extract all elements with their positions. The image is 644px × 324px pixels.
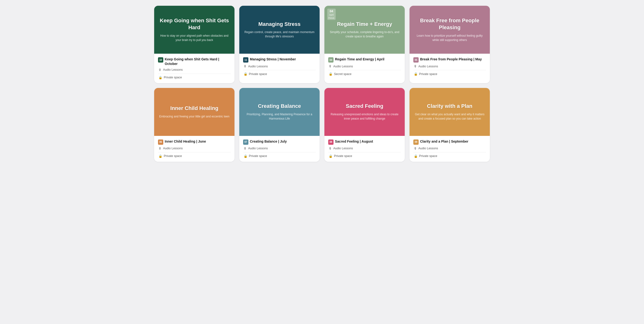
card-number-badge: 07 xyxy=(243,139,248,145)
card-image: Clarity with a Plan Get clear on what yo… xyxy=(410,88,490,136)
card-image-title: Inner Child Healing xyxy=(170,105,218,112)
card-divider xyxy=(243,70,316,70)
card-title: Creating Balance | July xyxy=(250,139,287,144)
card-space: 🔒 Private space xyxy=(413,72,486,76)
lock-icon: 🔒 xyxy=(329,72,332,76)
card-image: Creating Balance Prioritizing, Planning,… xyxy=(239,88,320,136)
card-type: 🎙 Audio Lessons xyxy=(413,147,486,150)
audio-icon: 🎙 xyxy=(329,64,332,68)
card-image-title: Regain Time + Energy xyxy=(337,21,392,28)
card-body: 11 Managing Stress | November 🎙 Audio Le… xyxy=(239,54,320,79)
card-space-label: Private space xyxy=(419,72,437,76)
card-type-label: Audio Lessons xyxy=(248,65,268,68)
card-image: Keep Going when Shit Gets Hard How to st… xyxy=(154,6,234,54)
audio-icon: 🎙 xyxy=(158,68,162,72)
card-number-badge: 11 xyxy=(243,57,248,62)
lock-icon: 🔒 xyxy=(244,72,248,76)
card-title-row: 05 Break Free from People Pleasing | May xyxy=(413,57,486,62)
card-body: 10 Keep Going when Shit Gets Hard | Octo… xyxy=(154,54,234,83)
card-type-label: Audio Lessons xyxy=(163,147,183,150)
card-title: Break Free from People Pleasing | May xyxy=(420,57,482,62)
card-space-label: Private space xyxy=(164,76,182,79)
card-title: Keep Going when Shit Gets Hard | October xyxy=(165,57,231,66)
card-type-label: Audio Lessons xyxy=(418,147,438,150)
card-title: Clarity and a Plan | September xyxy=(420,139,468,144)
audio-icon: 🎙 xyxy=(158,147,162,150)
card-type: 🎙 Audio Lessons xyxy=(328,147,401,150)
card-item[interactable]: Creating Balance Prioritizing, Planning,… xyxy=(239,88,320,162)
card-body: 07 Creating Balance | July 🎙 Audio Lesso… xyxy=(239,136,320,162)
card-image-title: Keep Going when Shit Gets Hard xyxy=(159,17,230,31)
card-title-row: 08 Sacred Feeling | August xyxy=(328,139,401,145)
lock-icon: 🔒 xyxy=(414,154,418,158)
card-space-label: Private space xyxy=(164,154,182,158)
card-image-subtitle: Learn how to prioritize yourself without… xyxy=(414,33,485,42)
card-image: Sacred Feeling Releasing unexpressed emo… xyxy=(324,88,405,136)
audio-icon: 🎙 xyxy=(414,147,417,150)
card-image-title: Break Free from People Pleasing xyxy=(414,17,485,31)
card-divider xyxy=(328,70,401,70)
card-image-title: Creating Balance xyxy=(258,103,301,110)
card-title: Sacred Feeling | August xyxy=(335,139,373,144)
card-space: 🔒 Private space xyxy=(328,154,401,158)
card-title-row: 04 Regain Time and Energy | April xyxy=(328,57,401,62)
card-item[interactable]: 04 AprilFocus Regain Time + Energy Simpl… xyxy=(324,6,405,83)
card-type: 🎙 Audio Lessons xyxy=(328,64,401,68)
card-space: 🔒 Private space xyxy=(413,154,486,158)
lock-icon: 🔒 xyxy=(158,154,162,158)
audio-icon: 🎙 xyxy=(244,147,247,150)
card-space-label: Private space xyxy=(334,154,352,158)
card-type: 🎙 Audio Lessons xyxy=(243,64,316,68)
card-title: Regain Time and Energy | April xyxy=(335,57,384,62)
card-space: 🔒 Secret space xyxy=(328,72,401,76)
card-image: Managing Stress Regain control, create p… xyxy=(239,6,320,54)
card-divider xyxy=(413,70,486,70)
card-type: 🎙 Audio Lessons xyxy=(243,147,316,150)
card-image: Break Free from People Pleasing Learn ho… xyxy=(410,6,490,54)
card-image-title: Managing Stress xyxy=(258,21,300,28)
card-item[interactable]: Keep Going when Shit Gets Hard How to st… xyxy=(154,6,234,83)
card-type: 🎙 Audio Lessons xyxy=(413,64,486,68)
audio-icon: 🎙 xyxy=(329,147,332,150)
card-divider xyxy=(158,152,231,152)
card-type-label: Audio Lessons xyxy=(248,147,268,150)
card-type-label: Audio Lessons xyxy=(163,68,183,71)
card-space-label: Secret space xyxy=(334,72,352,76)
card-image-subtitle: Regain control, create peace, and mainta… xyxy=(244,30,315,38)
card-number-badge: 05 xyxy=(413,57,418,62)
card-type-label: Audio Lessons xyxy=(418,65,438,68)
card-type: 🎙 Audio Lessons xyxy=(158,147,231,150)
card-item[interactable]: Sacred Feeling Releasing unexpressed emo… xyxy=(324,88,405,162)
card-body: 08 Sacred Feeling | August 🎙 Audio Lesso… xyxy=(324,136,405,162)
audio-icon: 🎙 xyxy=(414,64,417,68)
card-badge: 04 AprilFocus xyxy=(327,9,336,20)
card-number-badge: 06 xyxy=(158,139,163,145)
card-space: 🔒 Private space xyxy=(158,154,231,158)
lock-icon: 🔒 xyxy=(244,154,248,158)
card-number-badge: 09 xyxy=(413,139,418,145)
card-item[interactable]: Inner Child Healing Embracing and freein… xyxy=(154,88,234,162)
lock-icon: 🔒 xyxy=(158,76,162,79)
lock-icon: 🔒 xyxy=(414,72,418,76)
card-image-subtitle: Get clear on what you actually want and … xyxy=(414,112,485,121)
card-image-subtitle: Releasing unexpressed emotions and ideas… xyxy=(329,112,400,121)
card-image-title: Sacred Feeling xyxy=(346,103,384,110)
card-number-badge: 08 xyxy=(328,139,334,145)
audio-icon: 🎙 xyxy=(244,64,247,68)
card-divider xyxy=(328,152,401,152)
lock-icon: 🔒 xyxy=(329,154,332,158)
card-item[interactable]: Managing Stress Regain control, create p… xyxy=(239,6,320,83)
card-image-subtitle: How to stay on your aligned path when ob… xyxy=(159,33,230,42)
card-title: Inner Child Healing | June xyxy=(165,139,206,144)
card-item[interactable]: Clarity with a Plan Get clear on what yo… xyxy=(410,88,490,162)
card-title-row: 06 Inner Child Healing | June xyxy=(158,139,231,145)
card-space-label: Private space xyxy=(419,154,437,158)
card-image-title: Clarity with a Plan xyxy=(427,103,472,110)
card-item[interactable]: Break Free from People Pleasing Learn ho… xyxy=(410,6,490,83)
card-image-subtitle: Embracing and freeing your little girl a… xyxy=(159,114,230,119)
card-type: 🎙 Audio Lessons xyxy=(158,68,231,72)
card-image-subtitle: Simplify your schedule, complete lingeri… xyxy=(329,30,400,38)
card-body: 09 Clarity and a Plan | September 🎙 Audi… xyxy=(410,136,490,162)
card-title-row: 09 Clarity and a Plan | September xyxy=(413,139,486,145)
card-space: 🔒 Private space xyxy=(243,72,316,76)
